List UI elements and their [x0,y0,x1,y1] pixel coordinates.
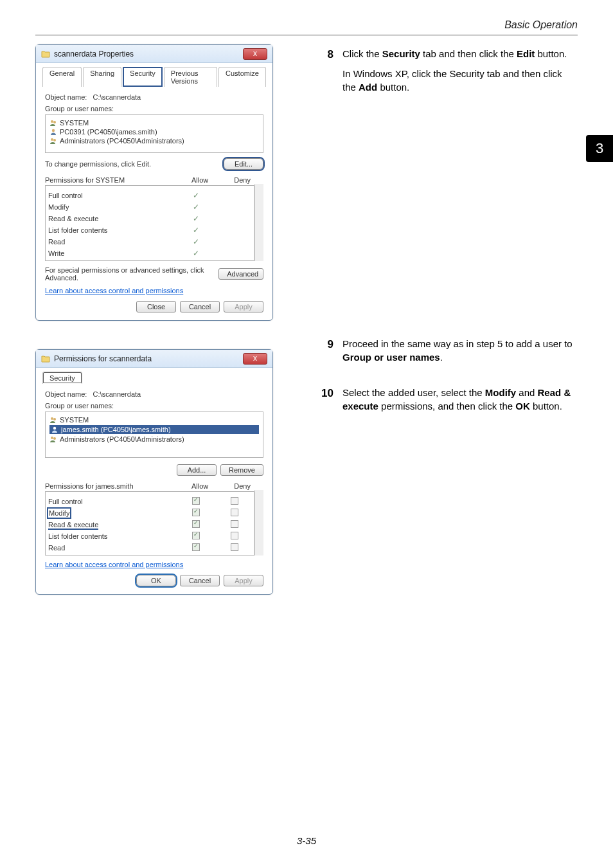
deny-checkbox[interactable] [231,509,238,516]
checkmark-icon: ✓ [193,226,199,235]
perm-row: Modify [46,201,177,213]
deny-header: Deny [234,176,251,184]
edit-perms-label: To change permissions, click Edit. [45,160,151,168]
tab-strip: General Sharing Security Previous Versio… [36,63,272,87]
svg-point-5 [51,417,53,420]
properties-dialog: scannerdata Properties x General Sharing… [35,44,273,321]
apply-button[interactable]: Apply [224,301,263,312]
deny-checkbox[interactable] [231,532,238,539]
add-button[interactable]: Add... [177,464,217,476]
tab-sharing[interactable]: Sharing [83,67,121,87]
chapter-tab: 3 [586,135,613,162]
users-icon [49,137,57,145]
perms-for-label: Permissions for SYSTEM [45,176,125,184]
list-item-admins[interactable]: Administrators (PC4050\Administrators) [49,435,259,443]
list-item-admins[interactable]: Administrators (PC4050\Administrators) [49,137,259,145]
perm-row: List folder contents [46,224,177,236]
dialog-title: scannerdata Properties [54,50,243,59]
checkmark-icon: ✓ [193,203,199,212]
tab-previous-versions[interactable]: Previous Versions [164,67,217,87]
list-item-system[interactable]: SYSTEM [49,416,259,424]
allow-checkbox[interactable] [192,509,200,516]
object-name-label: Object name: [45,390,87,398]
svg-point-6 [53,418,56,420]
remove-button[interactable]: Remove [220,464,263,476]
deny-header: Deny [234,482,251,490]
permissions-list[interactable]: Full control✓ Modify✓ Read & execute✓ Li… [45,185,254,261]
right-column: 8 Click the Security tab and then click … [318,44,578,595]
perm-row-modify: Modify [49,509,69,517]
tab-customize[interactable]: Customize [218,67,266,87]
learn-link[interactable]: Learn about access control and permissio… [45,287,183,294]
folder-icon [41,354,50,363]
tab-security[interactable]: Security [123,67,163,87]
folder-icon [41,50,50,59]
running-header: Basic Operation [35,19,578,31]
tab-general[interactable]: General [42,67,82,87]
svg-point-9 [53,437,56,440]
apply-button[interactable]: Apply [224,575,263,586]
ok-button[interactable]: OK [136,575,176,586]
perm-row: List folder contents [46,530,177,542]
object-name-value: C:\scannerdata [93,390,141,398]
step-9: 9 Proceed in the same way as in step 5 t… [318,337,578,370]
cancel-button[interactable]: Cancel [180,575,220,586]
perm-row: Read [46,236,177,248]
edit-button[interactable]: Edit... [224,158,263,170]
user-icon [51,426,58,433]
tab-strip: Security [36,368,272,384]
special-perms-label: For special permissions or advanced sett… [45,266,218,282]
deny-checkbox[interactable] [231,520,238,528]
perm-row: Read & execute [46,213,177,224]
object-name-label: Object name: [45,93,87,101]
object-name-value: C:\scannerdata [93,93,141,101]
svg-point-7 [53,427,56,429]
scrollbar[interactable] [254,490,263,556]
checkmark-icon: ✓ [193,191,199,200]
svg-point-2 [52,129,55,132]
step-10: 10 Select the added user, select the Mod… [318,386,578,419]
list-item-selected-user[interactable]: james.smith (PC4050\james.smith) [49,425,259,434]
permissions-list[interactable]: Full control Modify Read & execute List … [45,491,254,556]
tab-security[interactable]: Security [42,372,82,384]
page-number: 3-35 [0,835,613,846]
advanced-button[interactable]: Advanced [218,268,263,280]
svg-point-4 [53,139,56,141]
cancel-button[interactable]: Cancel [180,301,220,312]
close-button-bottom[interactable]: Close [136,301,176,312]
perms-for-label: Permissions for james.smith [45,482,134,490]
checkmark-icon: ✓ [193,214,199,223]
group-users-label: Group or user names: [45,402,263,410]
perm-row: Full control [46,496,177,507]
svg-point-3 [51,138,53,141]
allow-header: Allow [191,482,208,490]
users-icon [49,416,57,424]
allow-checkbox[interactable] [192,497,200,505]
list-item-user[interactable]: PC0391 (PC4050\james.smith) [49,128,259,136]
users-list[interactable]: SYSTEM PC0391 (PC4050\james.smith) Admin… [45,114,263,153]
perm-row-read-execute: Read & execute [48,521,98,529]
users-icon [49,119,57,127]
deny-checkbox[interactable] [231,543,238,551]
checkmark-icon: ✓ [193,249,199,258]
perm-row: Full control [46,190,177,201]
checkmark-icon: ✓ [193,237,199,246]
close-button[interactable]: x [243,48,267,60]
allow-checkbox[interactable] [192,520,200,528]
allow-header: Allow [191,176,208,184]
deny-checkbox[interactable] [231,497,238,505]
users-list[interactable]: SYSTEM james.smith (PC4050\james.smith) … [45,411,263,458]
titlebar: scannerdata Properties x [36,45,272,63]
list-item-system[interactable]: SYSTEM [49,119,259,127]
titlebar: Permissions for scannerdata x [36,350,272,368]
dialog-title: Permissions for scannerdata [54,354,243,363]
perm-row: Read [46,542,177,554]
users-icon [49,435,57,443]
svg-point-8 [51,437,53,439]
close-button[interactable]: x [243,353,267,365]
allow-checkbox[interactable] [192,532,200,539]
allow-checkbox[interactable] [192,543,200,551]
step-8: 8 Click the Security tab and then click … [318,47,578,100]
scrollbar[interactable] [254,184,263,261]
learn-link[interactable]: Learn about access control and permissio… [45,561,183,568]
